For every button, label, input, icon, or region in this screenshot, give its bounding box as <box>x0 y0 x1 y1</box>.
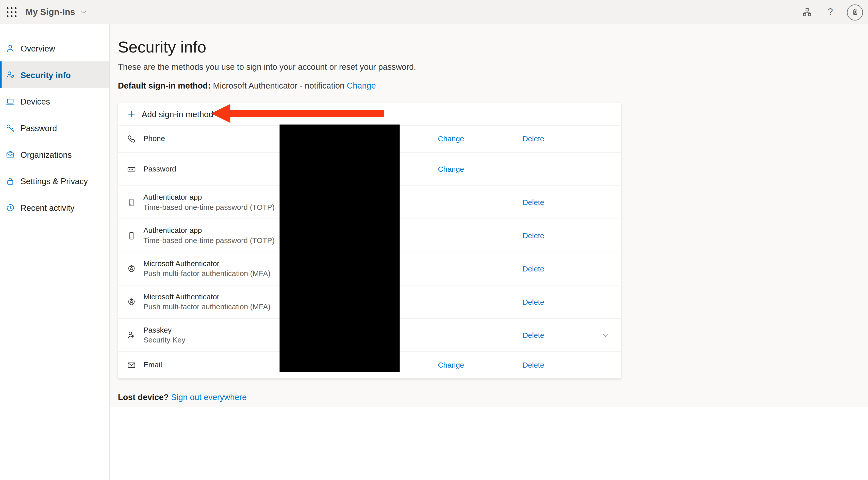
method-name: Passkey <box>144 325 185 335</box>
delete-link-passkey[interactable]: Delete <box>523 331 544 339</box>
sidebar-item-label: Devices <box>21 97 50 106</box>
red-arrow-annotation <box>210 103 386 124</box>
page-title: Security info <box>118 36 868 58</box>
method-detail: Time-based one-time password (TOTP) <box>144 235 275 245</box>
change-link-email[interactable]: Change <box>438 361 464 370</box>
method-name: Microsoft Authenticator <box>144 259 271 269</box>
default-method-label: Default sign-in method: <box>118 81 211 90</box>
app-launcher-button[interactable] <box>3 0 21 24</box>
sidebar-item-label: Overview <box>21 43 55 53</box>
delete-link-microsoft-authenticator[interactable]: Delete <box>523 265 544 273</box>
sidebar-item-password[interactable]: Password <box>0 115 109 141</box>
delete-link-phone[interactable]: Delete <box>523 135 544 143</box>
method-name: Phone <box>144 134 165 144</box>
lock-icon <box>6 176 15 186</box>
briefcase-icon <box>6 150 15 159</box>
person-icon <box>6 43 15 53</box>
person-key-icon <box>127 330 136 340</box>
account-button[interactable] <box>847 4 863 20</box>
topbar-actions: ? <box>797 0 868 24</box>
key-icon <box>6 123 15 132</box>
method-name: Password <box>144 164 176 174</box>
sidebar-item-recent-activity[interactable]: Recent activity <box>0 194 109 221</box>
chevron-down-icon[interactable] <box>602 331 610 339</box>
smartphone-icon <box>127 231 136 240</box>
method-name: Email <box>144 360 162 370</box>
sidebar-nav: OverviewSecurity infoDevicesPasswordOrga… <box>0 24 109 221</box>
help-icon: ? <box>828 7 833 18</box>
sitemap-icon <box>802 7 812 17</box>
sidebar: OverviewSecurity infoDevicesPasswordOrga… <box>0 24 110 480</box>
ms-authenticator-icon <box>127 264 136 273</box>
add-sign-in-method-label: Add sign-in method <box>142 109 213 119</box>
delete-link-microsoft-authenticator[interactable]: Delete <box>523 297 544 306</box>
default-method-change-link[interactable]: Change <box>347 81 376 90</box>
topbar: My Sign-Ins ? <box>0 0 868 24</box>
app-title: My Sign-Ins <box>25 7 75 17</box>
my-sign-ins-page: My Sign-Ins ? OverviewSecurity infoDevic… <box>0 0 868 480</box>
person-edit-icon <box>6 70 15 79</box>
help-button[interactable]: ? <box>820 0 840 24</box>
method-name: Authenticator app <box>144 226 275 235</box>
history-icon <box>6 203 15 212</box>
sidebar-item-security-info[interactable]: Security info <box>0 61 109 88</box>
default-method-value: Microsoft Authenticator - notification <box>213 81 344 90</box>
lost-device-label: Lost device? <box>118 392 169 402</box>
method-name: Authenticator app <box>144 192 275 202</box>
password-box-icon <box>127 164 136 174</box>
sidebar-item-organizations[interactable]: Organizations <box>0 141 109 168</box>
sign-out-everywhere-link[interactable]: Sign out everywhere <box>171 392 247 402</box>
chevron-down-icon <box>80 9 87 15</box>
delete-link-authenticator-app[interactable]: Delete <box>523 198 544 206</box>
change-link-password[interactable]: Change <box>438 165 464 173</box>
main-content: Security info These are the methods you … <box>110 24 868 407</box>
phone-handset-icon <box>127 134 136 143</box>
redaction-overlay <box>279 125 400 372</box>
change-link-phone[interactable]: Change <box>438 135 464 143</box>
method-detail: Push multi-factor authentication (MFA) <box>144 269 271 279</box>
default-method-line: Default sign-in method: Microsoft Authen… <box>118 80 868 91</box>
sidebar-item-label: Organizations <box>21 150 72 159</box>
sidebar-item-label: Settings & Privacy <box>21 176 88 186</box>
plus-icon <box>127 110 136 118</box>
smartphone-icon <box>127 198 136 207</box>
delete-link-authenticator-app[interactable]: Delete <box>523 231 544 240</box>
sidebar-item-settings-privacy[interactable]: Settings & Privacy <box>0 168 109 194</box>
app-launcher-icon <box>7 7 17 17</box>
sidebar-item-label: Security info <box>21 70 71 79</box>
laptop-icon <box>6 97 15 106</box>
sidebar-item-label: Password <box>21 123 57 132</box>
method-detail: Time-based one-time password (TOTP) <box>144 202 275 212</box>
method-name: Microsoft Authenticator <box>144 292 271 302</box>
delete-link-email[interactable]: Delete <box>523 361 544 370</box>
mail-icon <box>127 360 136 370</box>
method-detail: Push multi-factor authentication (MFA) <box>144 302 271 312</box>
page-description: These are the methods you use to sign in… <box>118 61 868 72</box>
method-detail: Security Key <box>144 335 185 345</box>
lost-device-line: Lost device? Sign out everywhere <box>118 392 868 403</box>
account-badge-icon <box>850 8 859 17</box>
sidebar-item-overview[interactable]: Overview <box>0 35 109 61</box>
sidebar-item-devices[interactable]: Devices <box>0 88 109 115</box>
sidebar-item-label: Recent activity <box>21 203 74 212</box>
sitemap-button[interactable] <box>797 0 817 24</box>
app-title-menu[interactable]: My Sign-Ins <box>25 7 87 17</box>
ms-authenticator-icon <box>127 297 136 307</box>
